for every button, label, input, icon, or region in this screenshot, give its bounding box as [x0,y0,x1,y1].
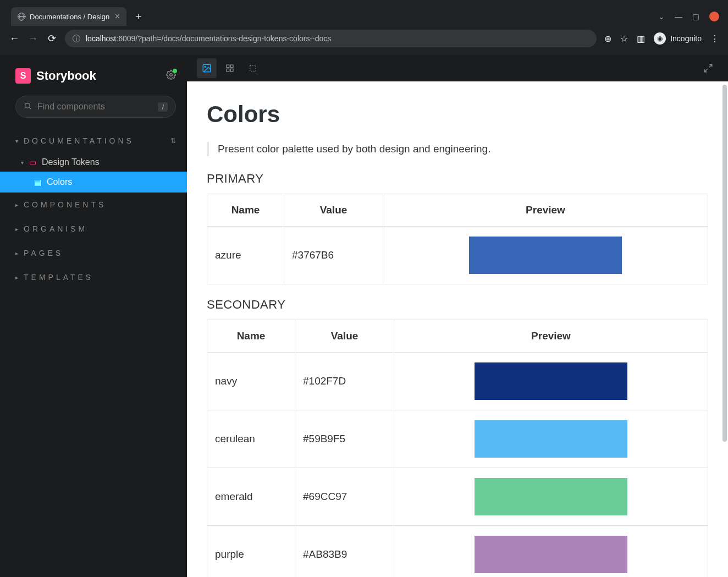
canvas-tab-button[interactable] [197,58,217,78]
extensions-icon[interactable]: ▥ [637,34,645,44]
svg-rect-5 [227,65,229,68]
color-preview [394,468,708,526]
color-value: #AB83B9 [295,526,394,578]
svg-line-10 [709,64,712,67]
forward-button[interactable]: → [27,33,38,45]
svg-point-4 [205,66,206,67]
chevron-down-icon[interactable]: ⌄ [658,12,665,21]
document-icon: ▤ [34,178,41,186]
color-name: emerald [207,468,295,526]
swatch [475,362,627,400]
chevron-right-icon: ▸ [15,202,18,208]
secondary-table: Name Value Preview navy#102F7Dcerulean#5… [207,320,708,577]
section-documentations[interactable]: ▾ DOCUMENTATIONS ⇅ [0,129,187,153]
sidebar-item-colors[interactable]: ▤ Colors [0,172,187,193]
outline-button[interactable] [243,58,263,78]
chevron-down-icon: ▾ [21,160,24,166]
col-value: Value [284,194,383,227]
svg-point-1 [25,103,30,108]
section-components[interactable]: ▸ COMPONENTS [0,193,187,217]
swatch [469,237,622,274]
brand-title: Storybook [36,69,96,83]
table-row: purple#AB83B9 [207,526,708,578]
gear-icon[interactable] [166,70,176,82]
kebab-menu-icon[interactable]: ⋮ [710,34,719,44]
color-preview [394,353,708,410]
incognito-badge: ◉ Incognito [654,32,702,45]
section-organism[interactable]: ▸ ORGANISM [0,217,187,241]
url-field[interactable]: i localhost:6009/?path=/docs/documentati… [65,30,597,47]
incognito-icon: ◉ [654,32,666,45]
color-value: #3767B6 [284,227,383,284]
section-templates[interactable]: ▸ TEMPLATES [0,265,187,289]
notification-dot-icon [173,69,177,73]
new-tab-button[interactable]: + [131,9,146,24]
fullscreen-button[interactable] [698,58,718,78]
maximize-button[interactable]: ▢ [692,12,699,21]
zoom-icon[interactable]: ⊕ [604,34,611,44]
svg-line-2 [29,107,31,109]
swatch [475,536,627,573]
chevron-right-icon: ▸ [15,226,18,232]
svg-rect-9 [250,65,256,72]
col-value: Value [295,320,394,353]
search-icon [24,102,32,112]
folder-icon: ▭ [29,158,36,167]
tab-bar: Documentations / Design × + ⌄ — ▢ [0,6,728,28]
reload-button[interactable]: ⟳ [46,32,57,45]
bookmark-icon[interactable]: ☆ [620,34,628,44]
url-text: localhost:6009/?path=/docs/documentation… [86,34,331,43]
svg-rect-8 [230,69,233,72]
color-value: #69CC97 [295,468,394,526]
tab-title: Documentations / Design [30,13,111,21]
primary-table: Name Value Preview azure#3767B6 [207,194,708,284]
col-preview: Preview [383,194,708,227]
color-preview [383,227,708,284]
table-row: navy#102F7D [207,353,708,410]
primary-heading: PRIMARY [207,172,708,186]
color-value: #59B9F5 [295,410,394,468]
sidebar-header: S Storybook [0,55,187,94]
url-right-controls: ⊕ ☆ ▥ ◉ Incognito ⋮ [604,32,719,45]
swatch [475,478,627,515]
scrollbar[interactable] [723,85,727,442]
color-name: cerulean [207,410,295,468]
table-row: cerulean#59B9F5 [207,410,708,468]
color-name: navy [207,353,295,410]
chevron-right-icon: ▸ [15,274,18,281]
url-bar: ← → ⟳ i localhost:6009/?path=/docs/docum… [0,28,728,50]
window-close-button[interactable] [709,12,719,21]
browser-chrome: Documentations / Design × + ⌄ — ▢ ← → ⟳ … [0,0,728,55]
color-value: #102F7D [295,353,394,410]
slash-shortcut: / [158,102,168,112]
sidebar: S Storybook / ▾ DOCUMENTATIONS ⇅ ▾ ▭ Des… [0,55,187,577]
storybook-logo: S [15,68,31,84]
sort-icon[interactable]: ⇅ [170,137,176,145]
minimize-button[interactable]: — [675,12,682,21]
search-field[interactable] [37,102,152,112]
grid-button[interactable] [220,58,240,78]
content-area[interactable]: Colors Present color palette used by bot… [187,81,728,577]
section-pages[interactable]: ▸ PAGES [0,241,187,265]
folder-design-tokens[interactable]: ▾ ▭ Design Tokens [0,153,187,172]
window-controls: ⌄ — ▢ [658,12,719,21]
color-name: purple [207,526,295,578]
table-row: emerald#69CC97 [207,468,708,526]
swatch [475,420,627,458]
color-preview [394,526,708,578]
site-info-icon[interactable]: i [73,35,80,42]
svg-rect-6 [230,65,233,68]
chevron-right-icon: ▸ [15,250,18,256]
search-input[interactable]: / [15,96,176,118]
toolbar [187,55,728,81]
app-root: S Storybook / ▾ DOCUMENTATIONS ⇅ ▾ ▭ Des… [0,55,728,577]
close-icon[interactable]: × [115,12,120,21]
svg-line-11 [704,69,707,72]
browser-tab[interactable]: Documentations / Design × [11,7,126,26]
back-button[interactable]: ← [9,33,20,45]
svg-point-0 [170,74,173,76]
table-row: azure#3767B6 [207,227,708,284]
svg-rect-7 [227,69,229,72]
page-title: Colors [207,101,708,128]
col-preview: Preview [394,320,708,353]
